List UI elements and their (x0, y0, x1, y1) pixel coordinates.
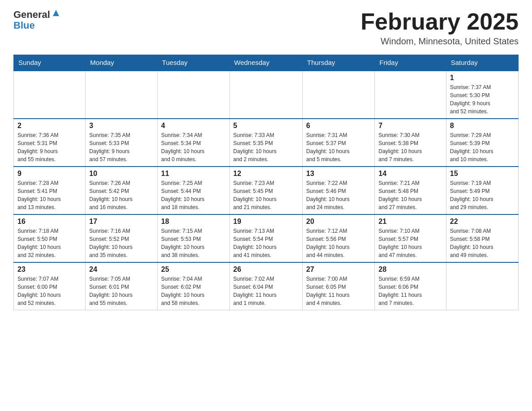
day-info: Sunrise: 7:12 AMSunset: 5:56 PMDaylight:… (306, 227, 371, 259)
day-info: Sunrise: 7:21 AMSunset: 5:48 PMDaylight:… (378, 179, 442, 211)
month-title: February 2025 (360, 9, 519, 34)
calendar-cell: 27Sunrise: 7:00 AMSunset: 6:05 PMDayligh… (302, 262, 374, 310)
day-number: 25 (161, 265, 226, 274)
calendar-cell: 13Sunrise: 7:22 AMSunset: 5:46 PMDayligh… (302, 167, 374, 214)
calendar-week-row: 23Sunrise: 7:07 AMSunset: 6:00 PMDayligh… (14, 262, 519, 310)
day-number: 6 (306, 122, 371, 130)
day-info: Sunrise: 7:22 AMSunset: 5:46 PMDaylight:… (306, 179, 371, 211)
day-info: Sunrise: 7:07 AMSunset: 6:00 PMDaylight:… (17, 275, 82, 307)
day-info: Sunrise: 7:33 AMSunset: 5:35 PMDaylight:… (233, 131, 299, 163)
calendar-cell (375, 71, 446, 119)
day-number: 17 (89, 218, 154, 226)
day-info: Sunrise: 7:29 AMSunset: 5:39 PMDaylight:… (450, 131, 515, 163)
calendar-cell: 18Sunrise: 7:15 AMSunset: 5:53 PMDayligh… (157, 214, 229, 262)
calendar-cell: 25Sunrise: 7:04 AMSunset: 6:02 PMDayligh… (157, 262, 229, 310)
day-number: 26 (233, 265, 299, 274)
calendar-cell: 1Sunrise: 7:37 AMSunset: 5:30 PMDaylight… (446, 71, 518, 119)
day-number: 19 (233, 218, 299, 226)
day-number: 16 (17, 218, 82, 226)
day-number: 7 (378, 122, 442, 130)
logo-icon (51, 8, 61, 18)
calendar-cell: 17Sunrise: 7:16 AMSunset: 5:52 PMDayligh… (86, 214, 158, 262)
calendar-header-wednesday: Wednesday (229, 55, 302, 71)
day-number: 9 (17, 170, 82, 178)
calendar-cell: 14Sunrise: 7:21 AMSunset: 5:48 PMDayligh… (375, 167, 446, 214)
day-number: 14 (378, 170, 442, 178)
calendar-cell: 28Sunrise: 6:59 AMSunset: 6:06 PMDayligh… (375, 262, 446, 310)
calendar-cell: 22Sunrise: 7:08 AMSunset: 5:58 PMDayligh… (446, 214, 518, 262)
calendar-header-row: SundayMondayTuesdayWednesdayThursdayFrid… (14, 55, 519, 71)
calendar-cell: 3Sunrise: 7:35 AMSunset: 5:33 PMDaylight… (86, 119, 158, 167)
day-info: Sunrise: 7:19 AMSunset: 5:49 PMDaylight:… (450, 179, 515, 211)
day-number: 27 (306, 265, 371, 274)
calendar-cell (229, 71, 302, 119)
logo: General Blue (13, 9, 61, 30)
day-number: 8 (450, 122, 515, 130)
day-info: Sunrise: 7:37 AMSunset: 5:30 PMDaylight:… (450, 83, 515, 116)
calendar-week-row: 1Sunrise: 7:37 AMSunset: 5:30 PMDaylight… (14, 71, 519, 119)
day-info: Sunrise: 7:15 AMSunset: 5:53 PMDaylight:… (161, 227, 226, 259)
calendar-cell (446, 262, 518, 310)
calendar-cell: 6Sunrise: 7:31 AMSunset: 5:37 PMDaylight… (302, 119, 374, 167)
day-number: 23 (17, 265, 82, 274)
calendar-cell (14, 71, 86, 119)
day-info: Sunrise: 7:35 AMSunset: 5:33 PMDaylight:… (89, 131, 154, 163)
calendar-cell: 26Sunrise: 7:02 AMSunset: 6:04 PMDayligh… (229, 262, 302, 310)
day-number: 20 (306, 218, 371, 226)
day-info: Sunrise: 7:34 AMSunset: 5:34 PMDaylight:… (161, 131, 226, 163)
calendar-header-monday: Monday (86, 55, 158, 71)
day-info: Sunrise: 7:00 AMSunset: 6:05 PMDaylight:… (306, 275, 371, 307)
day-info: Sunrise: 7:30 AMSunset: 5:38 PMDaylight:… (378, 131, 442, 163)
day-info: Sunrise: 7:25 AMSunset: 5:44 PMDaylight:… (161, 179, 226, 211)
logo-text-general: General (13, 9, 50, 21)
day-number: 11 (161, 170, 226, 178)
day-number: 18 (161, 218, 226, 226)
calendar-cell (302, 71, 374, 119)
calendar-cell: 10Sunrise: 7:26 AMSunset: 5:42 PMDayligh… (86, 167, 158, 214)
day-number: 13 (306, 170, 371, 178)
calendar-cell: 23Sunrise: 7:07 AMSunset: 6:00 PMDayligh… (14, 262, 86, 310)
calendar-header-saturday: Saturday (446, 55, 518, 71)
calendar-cell: 21Sunrise: 7:10 AMSunset: 5:57 PMDayligh… (375, 214, 446, 262)
calendar-cell: 8Sunrise: 7:29 AMSunset: 5:39 PMDaylight… (446, 119, 518, 167)
day-info: Sunrise: 7:16 AMSunset: 5:52 PMDaylight:… (89, 227, 154, 259)
calendar-cell: 11Sunrise: 7:25 AMSunset: 5:44 PMDayligh… (157, 167, 229, 214)
calendar-cell: 5Sunrise: 7:33 AMSunset: 5:35 PMDaylight… (229, 119, 302, 167)
calendar-cell (86, 71, 158, 119)
calendar-header-sunday: Sunday (14, 55, 86, 71)
logo-text-blue: Blue (13, 21, 35, 30)
calendar-header-friday: Friday (375, 55, 446, 71)
day-info: Sunrise: 7:26 AMSunset: 5:42 PMDaylight:… (89, 179, 154, 211)
calendar-cell: 16Sunrise: 7:18 AMSunset: 5:50 PMDayligh… (14, 214, 86, 262)
calendar-week-row: 2Sunrise: 7:36 AMSunset: 5:31 PMDaylight… (14, 119, 519, 167)
calendar-cell: 9Sunrise: 7:28 AMSunset: 5:41 PMDaylight… (14, 167, 86, 214)
day-number: 24 (89, 265, 154, 274)
svg-marker-0 (53, 10, 59, 16)
calendar-cell: 19Sunrise: 7:13 AMSunset: 5:54 PMDayligh… (229, 214, 302, 262)
day-info: Sunrise: 7:05 AMSunset: 6:01 PMDaylight:… (89, 275, 154, 307)
day-number: 15 (450, 170, 515, 178)
day-info: Sunrise: 6:59 AMSunset: 6:06 PMDaylight:… (378, 275, 442, 307)
calendar-cell: 2Sunrise: 7:36 AMSunset: 5:31 PMDaylight… (14, 119, 86, 167)
day-number: 28 (378, 265, 442, 274)
day-number: 22 (450, 218, 515, 226)
location-title: Windom, Minnesota, United States (360, 36, 519, 47)
day-info: Sunrise: 7:28 AMSunset: 5:41 PMDaylight:… (17, 179, 82, 211)
calendar-week-row: 9Sunrise: 7:28 AMSunset: 5:41 PMDaylight… (14, 167, 519, 214)
day-number: 12 (233, 170, 299, 178)
day-info: Sunrise: 7:08 AMSunset: 5:58 PMDaylight:… (450, 227, 515, 259)
calendar-header-thursday: Thursday (302, 55, 374, 71)
calendar-cell: 4Sunrise: 7:34 AMSunset: 5:34 PMDaylight… (157, 119, 229, 167)
calendar-week-row: 16Sunrise: 7:18 AMSunset: 5:50 PMDayligh… (14, 214, 519, 262)
day-info: Sunrise: 7:13 AMSunset: 5:54 PMDaylight:… (233, 227, 299, 259)
day-number: 2 (17, 122, 82, 130)
day-info: Sunrise: 7:18 AMSunset: 5:50 PMDaylight:… (17, 227, 82, 259)
day-info: Sunrise: 7:04 AMSunset: 6:02 PMDaylight:… (161, 275, 226, 307)
day-info: Sunrise: 7:02 AMSunset: 6:04 PMDaylight:… (233, 275, 299, 307)
day-info: Sunrise: 7:10 AMSunset: 5:57 PMDaylight:… (378, 227, 442, 259)
day-number: 3 (89, 122, 154, 130)
day-number: 4 (161, 122, 226, 130)
day-number: 10 (89, 170, 154, 178)
title-block: February 2025 Windom, Minnesota, United … (360, 9, 519, 47)
calendar-table: SundayMondayTuesdayWednesdayThursdayFrid… (13, 55, 519, 310)
